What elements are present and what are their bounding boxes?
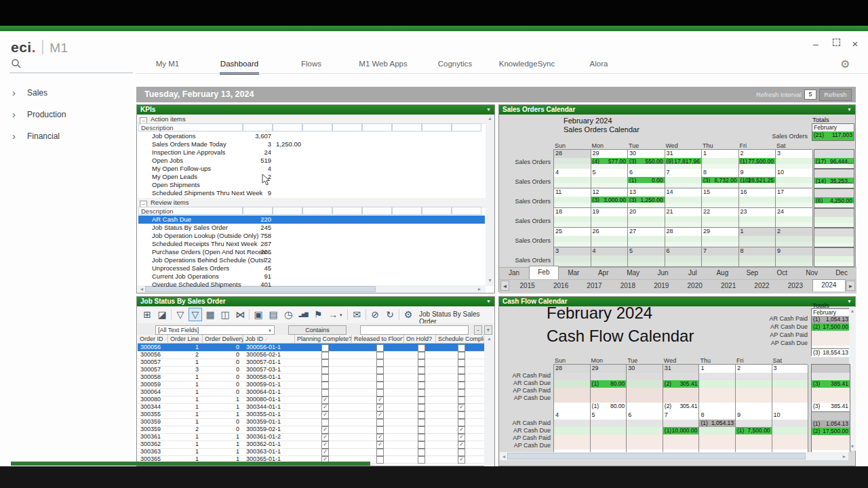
calendar-day-cell[interactable]: 9(10)28,521.25 [739, 169, 776, 188]
kpi-row[interactable]: Purchase Orders (Open And Not Receiv...2… [138, 248, 485, 256]
month-tab-jun[interactable]: Jun [648, 267, 678, 279]
kpi-row[interactable]: Current Job Operations91 [138, 272, 485, 281]
year-tab-2019[interactable]: 2019 [645, 281, 678, 291]
calendar-day-cell[interactable]: 22 [702, 208, 739, 227]
kpi-row[interactable]: AR Cash Due220 [138, 216, 485, 224]
dropdown-caret-icon[interactable]: ▼ [338, 313, 343, 317]
kpi-row[interactable]: Open Shipments [138, 181, 485, 189]
year-tab-2022[interactable]: 2022 [745, 281, 778, 291]
collapse-caret-icon[interactable]: ▼ [486, 105, 491, 115]
quick-filter-icon[interactable]: ▽ [189, 308, 202, 321]
job-status-panel-header[interactable]: Job Status By Sales Order▼ [137, 297, 494, 306]
filter-operator-button[interactable]: Contains [288, 325, 347, 335]
calendar-day-cell[interactable]: 31(2)305.41(2)305.41 [663, 365, 700, 411]
calendar-day-cell[interactable]: 3 [772, 365, 809, 411]
calendar-day-cell[interactable]: 2 [776, 228, 813, 247]
remove-filter-button[interactable]: - [474, 325, 482, 335]
refresh-icon[interactable]: ↻ [383, 308, 397, 321]
scroll-up-icon[interactable]: ▲ [486, 116, 494, 121]
calendar-day-cell[interactable]: 26 [591, 228, 629, 247]
kpi-vertical-scrollbar[interactable] [486, 115, 494, 286]
kpi-row[interactable]: Job Operations3,607 [138, 132, 485, 140]
kpi-row[interactable]: My Open Leads2 [138, 173, 485, 181]
calendar-day-cell[interactable]: 9(1)7,500.00 [736, 411, 772, 452]
sidebar-item-production[interactable]: ›Production [0, 107, 136, 123]
calendar-day-cell[interactable]: 19 [591, 208, 629, 227]
filter-value-input[interactable] [360, 325, 469, 335]
calendar-day-cell[interactable]: 8(3)6,732.00 [702, 169, 739, 188]
calendar-day-cell[interactable]: 7(1)10,000.00 [663, 411, 700, 452]
calendar-day-cell[interactable]: 1 [699, 365, 736, 411]
year-tab-2017[interactable]: 2017 [578, 281, 611, 291]
kpi-row[interactable]: Scheduled Receipts Thru Next Week287 [138, 240, 485, 248]
filter-icon[interactable]: ▽ [174, 308, 187, 321]
new-report-icon[interactable]: ⊞ [140, 308, 154, 321]
calendar-day-cell[interactable]: 4 [591, 247, 629, 266]
calendar-day-cell[interactable]: 1 [739, 228, 776, 247]
search-icon[interactable] [11, 58, 22, 69]
year-tab-2016[interactable]: 2016 [544, 281, 577, 291]
kpi-group-action-items[interactable]: –Action items [138, 115, 486, 124]
relations-icon[interactable]: ⋈ [233, 308, 247, 321]
settings-gear-icon[interactable]: ⚙ [840, 58, 850, 70]
calendar-day-cell[interactable]: 29 [702, 228, 739, 247]
scroll-up-icon[interactable]: ▲ [850, 308, 855, 313]
chart-view-icon[interactable]: ▂▅▇ [296, 308, 310, 321]
calendar-day-cell[interactable]: 31(9)17,817.96 [665, 150, 703, 169]
year-tab-2018[interactable]: 2018 [611, 281, 644, 291]
collapse-caret-icon[interactable]: ▼ [486, 297, 491, 306]
refresh-interval-input[interactable]: 5 [804, 89, 816, 100]
month-tab-nov[interactable]: Nov [797, 267, 827, 279]
job-column-header-2[interactable]: Order Line ⟋ [168, 335, 203, 344]
job-column-header-8[interactable]: Schedule Complet [436, 335, 484, 344]
schedule-view-icon[interactable]: ▤ [267, 308, 280, 321]
year-tab-2021[interactable]: 2021 [711, 281, 745, 291]
tab-knowledgesync[interactable]: KnowledgeSync [491, 56, 563, 73]
checkbox-on-hold[interactable] [418, 456, 425, 464]
search-input[interactable] [9, 73, 133, 73]
kpi-row[interactable]: Unprocessed Sales Orders45 [138, 264, 485, 272]
kpi-row[interactable]: Scheduled Shipments Thru Next Week9 [138, 189, 485, 197]
calendar-day-cell[interactable]: 9 [776, 247, 813, 266]
export-icon[interactable]: → ▼ [326, 308, 345, 321]
select-caret-icon[interactable]: ▼ [268, 327, 272, 335]
calendar-day-cell[interactable]: 7 [665, 169, 703, 188]
month-tab-mar[interactable]: Mar [559, 267, 589, 279]
tab-my-m1[interactable]: My M1 [132, 56, 203, 73]
sidebar-item-financial[interactable]: ›Financial [0, 129, 136, 145]
calendar-day-cell[interactable]: 10 [776, 169, 813, 188]
collapse-caret-icon[interactable]: ▼ [847, 297, 852, 306]
calendar-day-cell[interactable]: 30 [627, 365, 663, 411]
scroll-up-icon[interactable]: ▲ [486, 336, 493, 341]
stop-icon[interactable]: ⊘ [368, 308, 382, 321]
calendar-day-cell[interactable]: 5 [591, 411, 627, 452]
calendar-day-cell[interactable]: 5 [591, 169, 629, 188]
calendar-day-cell[interactable]: 4 [554, 169, 591, 188]
calendar-day-cell[interactable]: 1 [702, 150, 739, 169]
calendar-day-cell[interactable]: 7 [702, 247, 739, 266]
kpi-row[interactable]: Job Status By Sales Order245 [138, 224, 485, 232]
tab-alora[interactable]: Alora [563, 56, 635, 73]
calendar-day-cell[interactable]: 8 [739, 247, 776, 266]
calendar-day-cell[interactable]: 8(1)1,054.13 [699, 411, 736, 452]
job-column-header-3[interactable]: Order Delivery ⟋ [203, 335, 243, 344]
year-tab-2020[interactable]: 2020 [678, 281, 711, 291]
calendar-day-cell[interactable]: 18 [554, 208, 591, 227]
design-report-icon[interactable]: ◪ [155, 308, 169, 321]
time-view-icon[interactable]: ◷ [281, 308, 295, 321]
job-column-header-6[interactable]: Released to Floor? [352, 335, 404, 344]
month-tab-aug[interactable]: Aug [707, 267, 737, 279]
month-tab-feb[interactable]: Feb [529, 266, 559, 279]
kpi-row[interactable]: Open Jobs519 [138, 157, 485, 165]
checkbox-released-to-floor[interactable] [376, 456, 384, 464]
job-column-header-7[interactable]: On Hold? [404, 335, 436, 344]
calendar-day-cell[interactable]: 6(1)0.00 [628, 169, 665, 188]
tools-icon[interactable]: ⚙ [401, 308, 415, 321]
map-view-icon[interactable]: ⚑ [311, 308, 325, 321]
calendar-day-cell[interactable]: 10 [772, 411, 809, 452]
calendar-day-cell[interactable]: 24 [776, 208, 813, 227]
calendar-day-cell[interactable]: 30(3)550.00 [628, 150, 665, 169]
calendar-day-cell[interactable]: 3 [554, 247, 591, 266]
kpi-row[interactable]: Overdue Scheduled Shipments401 [138, 281, 485, 289]
scroll-down-icon[interactable]: ▼ [486, 278, 494, 283]
